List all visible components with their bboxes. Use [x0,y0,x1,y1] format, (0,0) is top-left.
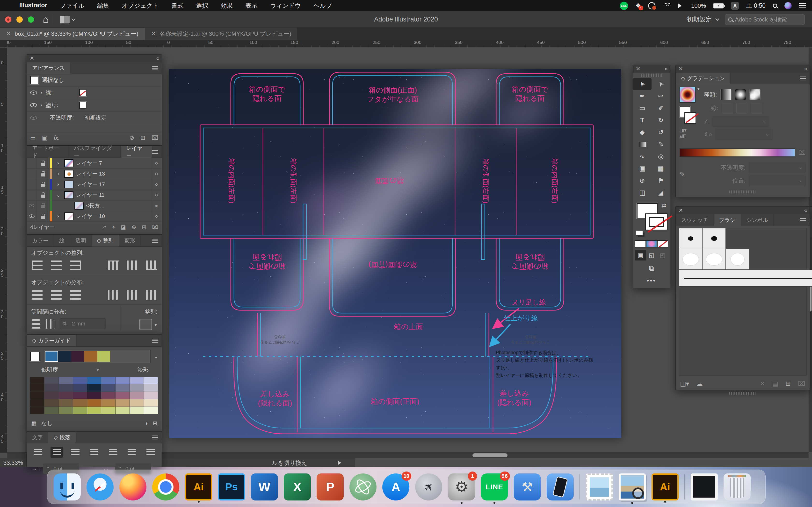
harmony-rules-dropdown-icon[interactable]: ⌄ [154,353,158,359]
visibility-eye-icon[interactable] [27,211,37,221]
gradient-button[interactable] [646,240,657,247]
color-variation-swatch[interactable] [59,377,73,384]
layer-row[interactable]: › レイヤー 17 ○ [27,179,162,190]
collect-for-export-icon[interactable]: ↗ [102,224,106,230]
align-right-button[interactable] [69,447,82,458]
panel-menu-icon[interactable] [800,218,806,222]
dropdown-arrow-icon[interactable]: ▾ [96,367,99,373]
color-variation-swatch[interactable] [30,392,45,399]
perspective-grid-tool[interactable]: ▦ [652,163,670,175]
spotlight-icon[interactable] [773,4,777,8]
appearance-row-selection[interactable]: 選択なし [27,74,162,87]
draw-behind-mode[interactable]: ◱ [646,250,657,261]
dropbox-icon[interactable]: ❖1 [636,2,641,9]
home-icon[interactable]: ⌂ [43,14,49,25]
stroke-none-swatch[interactable] [79,89,87,96]
color-variation-swatch[interactable] [115,384,130,392]
box-dieline[interactable] [169,69,621,438]
layer-visibility-cell[interactable] [27,169,37,179]
vertical-distribute-space-button[interactable] [32,319,40,329]
brush-item-dot-small[interactable] [679,228,702,249]
color-variation-swatch[interactable] [73,392,87,399]
dock-preview-icon[interactable] [619,473,646,501]
color-variation-swatch[interactable] [101,384,115,392]
dock-rocket-app-icon[interactable]: ✈ [415,473,442,501]
layer-thumbnail[interactable] [64,191,73,199]
workspace-switcher[interactable]: 初期設定 [687,15,719,24]
artboard[interactable]: 箱の側面で 隠れる面 箱の側面(正面) フタが重なる面 箱の側面で 隠れる面 箱… [169,69,621,438]
shape-builder-tool[interactable]: ◎ [652,151,670,163]
color-variation-swatch[interactable] [87,377,101,384]
type-tool[interactable]: T [633,114,652,126]
color-variation-swatch[interactable] [101,399,115,407]
new-stroke-icon[interactable]: ▭ [30,134,36,141]
color-variation-swatch[interactable] [45,399,59,407]
collapse-panel-icon[interactable]: « [804,207,807,214]
lock-icon[interactable] [39,158,48,168]
expand-icon[interactable]: › [55,181,62,187]
color-variation-swatch[interactable] [101,392,115,399]
color-variation-swatch[interactable] [45,392,59,399]
color-variation-swatch[interactable] [87,407,101,414]
color-variation-swatch[interactable] [144,407,158,414]
reverse-gradient-icon[interactable]: ◨▾▴◧ [679,127,699,139]
layer-name[interactable]: <長方... [86,202,149,209]
layer-name[interactable]: レイヤー 10 [76,213,149,220]
more-tools-icon[interactable]: ••• [633,277,670,284]
stepper-arrows[interactable]: ⇅ [62,321,67,327]
layer-target-icon[interactable]: ○ [151,179,162,189]
ruler-corner[interactable] [0,40,7,48]
locate-object-icon[interactable]: ⌖ [112,224,115,230]
screen-mode-button[interactable]: ⧉ [635,263,668,274]
harmony-color[interactable] [45,351,58,362]
layer-visibility-cell[interactable] [27,190,37,200]
document-tab-active[interactable]: ✕box_01.ai* @ 33.33% (CMYK/GPU プレビュー) [0,28,145,40]
harmony-color[interactable] [97,351,110,362]
base-color-swatch[interactable] [30,351,40,361]
fill-swatch[interactable] [79,102,87,109]
brush-item-ellipse[interactable] [702,249,726,270]
expand-icon[interactable]: › [55,213,62,219]
input-source-icon[interactable]: A [731,2,739,10]
menu-item[interactable]: ヘルプ [307,2,338,10]
collapse-panel-icon[interactable]: « [665,66,667,72]
curvature-tool[interactable]: ✑ [652,90,670,102]
eyedropper-tool[interactable]: ✎ [652,138,670,151]
layer-visibility-cell[interactable] [27,179,37,189]
visibility-eye-icon[interactable] [30,91,37,95]
linear-gradient-button[interactable] [720,89,731,100]
fx-icon[interactable]: fx. [54,134,60,141]
align-vcenter-button[interactable] [127,261,138,270]
width-tool[interactable]: ∿ [633,151,652,163]
color-variation-swatch[interactable] [130,392,144,399]
color-variation-swatch[interactable] [59,399,73,407]
tab-paragraph[interactable]: ◇段落 [48,432,76,443]
color-variation-swatch[interactable] [130,407,144,414]
layer-sub-row[interactable]: <長方... ● [27,201,162,211]
zoom-tool[interactable]: ⊕ [633,175,652,187]
arrange-documents-icon[interactable] [60,16,69,23]
layer-thumbnail[interactable] [64,170,73,178]
dock-powerpoint-icon[interactable]: P [317,473,344,501]
battery-icon[interactable]: ⚡ [713,3,724,8]
color-variation-swatch[interactable] [101,377,115,384]
layer-row[interactable]: ⌄ レイヤー 11 ○ [27,190,162,201]
layer-row[interactable]: › レイヤー 7 ○ [27,158,162,169]
radial-gradient-button[interactable] [735,89,746,100]
align-bottom-button[interactable] [146,261,157,270]
appearance-row-stroke[interactable]: › 線: [27,87,162,99]
opacity-value[interactable]: 初期設定 [84,114,107,121]
tab-artboards[interactable]: アートボード [27,146,69,158]
menu-item[interactable]: ファイル [53,2,91,10]
siri-icon[interactable] [784,2,792,9]
lock-icon[interactable] [39,179,48,189]
tab-pathfinder[interactable]: パスファインダー [69,146,121,158]
dock-xcode-icon[interactable]: ⚒ [514,473,541,501]
fullscreen-window-button[interactable] [28,16,34,23]
justify-all-button[interactable] [144,447,157,458]
tab-color[interactable]: カラー [27,235,54,246]
tab-stroke[interactable]: 線 [54,235,70,246]
close-panel-icon[interactable]: ✕ [678,66,683,72]
spacing-stepper[interactable]: ⇅-2 mm [60,319,106,329]
panel-menu-icon[interactable] [152,239,158,243]
